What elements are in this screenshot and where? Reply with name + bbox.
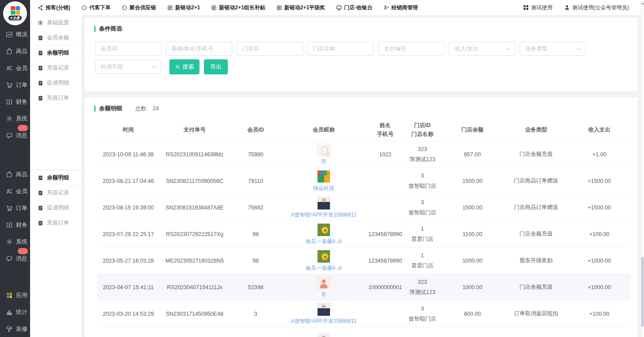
member-id-input[interactable] (95, 42, 161, 56)
table-row: 2023-03-20 14:53:29 SN2303171450950E48 3… (97, 300, 631, 327)
cell-amount: +1500.00 (568, 205, 631, 211)
sidebar-item-message[interactable]: 消息 ··· (0, 127, 30, 144)
nav-liandong2[interactable]: 新链动2+1组长补贴 (211, 4, 265, 12)
table-row: 2023-08-15 19:39:00 SN2308151938487A8E 7… (97, 194, 631, 221)
scrollbar-thumb[interactable] (641, 257, 644, 327)
cell-pay-no: RS20230407154111Jx (159, 284, 230, 291)
sidebar-item-members[interactable]: 会员 (0, 60, 30, 77)
sidebar-label: 商品 (16, 170, 27, 178)
sidebar-item-stats[interactable]: 统计 (0, 304, 30, 321)
sidebar-item-finance-2[interactable]: ¥ 财务 (0, 217, 30, 233)
member-nickname-link[interactable]: 萍 (321, 158, 326, 166)
accent-bar (94, 26, 96, 32)
sidebar-item-finance[interactable]: ¥ 财务 (0, 93, 30, 110)
sidebar-label: 应用 (16, 291, 27, 299)
submenu-item-member-balance[interactable]: 会员余额 (30, 30, 82, 45)
vertical-scrollbar[interactable] (640, 0, 644, 337)
current-user[interactable]: 测试使用(公众号管理员) (564, 4, 629, 12)
doc-icon (38, 80, 43, 86)
cell-pay-no: SN2303171450950E48 (159, 311, 230, 317)
cell-biz-type: 门店商品订单赠送 (504, 177, 568, 185)
nav-pos[interactable]: 门店-收银台 (336, 4, 372, 12)
store-id: 3 (404, 335, 441, 337)
sidebar-item-goods[interactable]: 商品 (0, 43, 30, 60)
nav-juhe[interactable]: 聚合供应链 (122, 4, 156, 12)
submenu-item-recharge-records[interactable]: 充值记录 (30, 60, 82, 75)
submenu-item-balance-detail[interactable]: 余额明细 (30, 45, 82, 60)
col-header-pay-no: 支付单号 (159, 125, 230, 134)
cell-store: 3 曾智聪门店 (404, 171, 441, 191)
submenu-item-commission-detail[interactable]: 提成明细 (30, 75, 82, 90)
sidebar-item-decorate[interactable]: 装修 (0, 321, 30, 337)
submenu-item-recharge-records-2[interactable]: 充值记录 (30, 185, 82, 200)
cell-balance: 1100.00 (441, 231, 504, 237)
submenu-item-commission-detail-2[interactable]: 提成明细 (30, 200, 82, 215)
store-name: 君君门店 (404, 234, 441, 244)
nav-liandong3[interactable]: 新链动2+1平级奖 (276, 4, 325, 12)
search-button[interactable]: 搜索 (169, 59, 199, 74)
export-button[interactable]: 导出 (204, 59, 228, 74)
sidebar-item-members-2[interactable]: 会员 (0, 183, 30, 200)
nav-daike[interactable]: 代客下单 (81, 4, 111, 12)
income-expense-select[interactable]: 收入/支出 (449, 42, 515, 56)
table-row: 2023-05-27 16:03:28 ME20230527160328N5 9… (97, 247, 631, 274)
cell-pay-no: ME20230527160328N5 (159, 258, 230, 264)
payment-no-input[interactable] (378, 42, 445, 56)
store-id: 323 (404, 144, 441, 155)
nickname-name-phone-input[interactable] (166, 42, 232, 56)
sidebar-label: 会员 (16, 64, 27, 72)
sidebar-item-orders[interactable]: 订单 (0, 77, 30, 93)
sidebar-label: 统计 (16, 308, 27, 316)
submenu-item-recharge-orders-2[interactable]: 充值订单 (30, 215, 82, 230)
nav-tuike[interactable]: 推客(分销) (38, 4, 70, 12)
store-id-input[interactable] (237, 42, 303, 56)
sidebar-label: 订单 (16, 81, 27, 89)
member-nickname-link[interactable]: B (322, 291, 326, 298)
sidebar-item-apps[interactable]: 应用 (0, 287, 30, 304)
member-nickname-link[interactable]: 南瓜一条藤ǒ ₃ǒ (306, 264, 342, 272)
table-title-row: 余额明细 总数: 24 (85, 97, 638, 112)
app-logo[interactable]: E企盈 (3, 1, 27, 25)
cell-store: 3 曾智聪门店 (404, 198, 441, 217)
col-header-member-id: 会员ID (230, 125, 281, 134)
form-icon (167, 5, 173, 11)
time-range-select[interactable]: 时间不限 (95, 60, 161, 74)
sidebar-item-overview[interactable]: 概况 (0, 26, 30, 43)
cell-biz-type: 门店余额充值 (504, 151, 568, 158)
cell-balance: 1000.00 (441, 284, 504, 291)
test-use-button[interactable]: 测试使用 (523, 4, 552, 12)
grid-icon (523, 4, 529, 11)
cell-store: 323 萍测试123 (404, 144, 441, 164)
member-nickname-link[interactable]: A曾智聪ˣAPP开发15986811 (291, 211, 356, 219)
sidebar-label: 概况 (16, 31, 27, 39)
member-nickname-link[interactable]: A曾智聪ˣAPP开发15986811 (291, 318, 356, 325)
member-nickname-link[interactable]: 快远科技 (313, 185, 334, 192)
total-label: 总数: (135, 105, 147, 112)
submenu-item-balance-detail-2[interactable]: 余额明细 (30, 170, 82, 185)
circle-icon (122, 5, 127, 11)
submenu-label: 充值订单 (47, 219, 69, 227)
chevron-down-icon (152, 64, 157, 69)
sidebar-item-message-2[interactable]: 消息 ··· (0, 250, 30, 267)
member-nickname-link[interactable]: 南瓜一条藤ǒ ₃ǒ (306, 238, 342, 245)
scrollbar-up-arrow-icon[interactable] (641, 2, 644, 4)
submenu-label: 余额明细 (47, 49, 69, 57)
logo-text: E企盈 (8, 15, 21, 21)
cell-time: 2023-07-29 22:25:17 (97, 231, 159, 237)
submenu-group-2: 余额明细 充值记录 提成明细 充值订单 (30, 170, 82, 230)
store-name-input[interactable] (307, 42, 374, 56)
sidebar-item-orders-2[interactable]: 订单 (0, 200, 30, 217)
cell-nickname: 南瓜一条藤ǒ ₃ǒ (281, 223, 366, 245)
nav-liandong1[interactable]: 新链动2+1 (167, 4, 200, 12)
submenu-item-basic-settings[interactable]: 基础设置 (30, 15, 82, 30)
balance-table: 时间 支付单号 会员ID 会员昵称 姓名 手机号 门店ID 门店名称 门店余额 … (97, 119, 631, 337)
app-window: 推客(分销) 代客下单 聚合供应链 新链动2+1 新链动2+1组长补贴 新链动2… (0, 0, 644, 337)
nav-label: 聚合供应链 (130, 4, 156, 12)
sidebar-item-goods-2[interactable]: 商品 (0, 166, 30, 183)
submenu-item-recharge-orders[interactable]: 充值订单 (30, 90, 82, 105)
cell-time: 2023-08-15 19:39:00 (97, 205, 159, 211)
cell-member-id: 79110 (230, 178, 281, 184)
nav-dealer[interactable]: 经销商管理 (383, 4, 418, 12)
business-type-select[interactable]: 业务类型 (520, 42, 586, 56)
doc-icon (38, 220, 43, 226)
